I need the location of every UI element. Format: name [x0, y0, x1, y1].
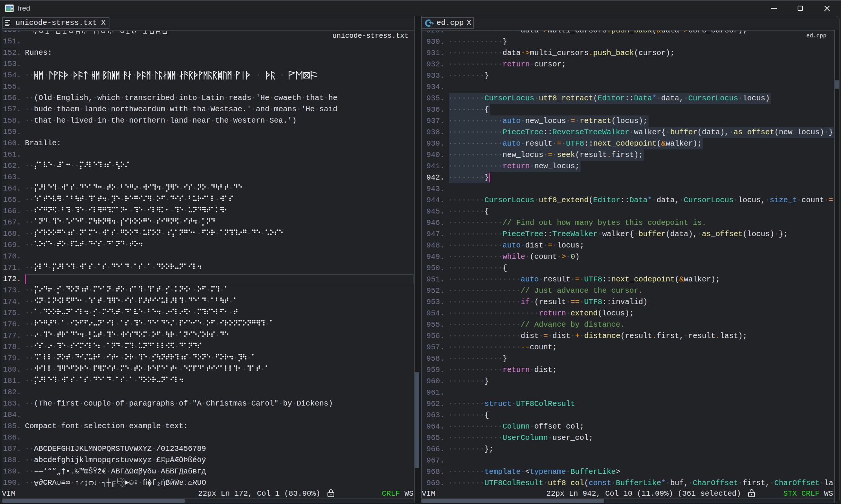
- svg-text:?: ?: [148, 481, 151, 485]
